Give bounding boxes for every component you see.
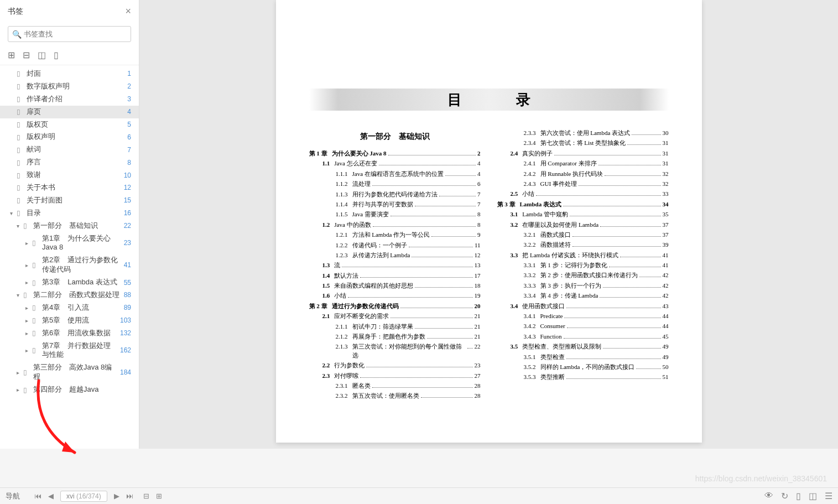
bookmark-item[interactable]: ▯序言8 xyxy=(0,156,139,169)
toc-entry: 1.2Java 中的函数8 xyxy=(309,221,481,229)
page-icon: ▯ xyxy=(32,304,40,311)
bookmark-page: 6 xyxy=(127,133,131,141)
toc-entry: 2.1应对不断变化的需求21 xyxy=(309,312,481,320)
page-icon: ▯ xyxy=(17,70,24,77)
chevron-icon[interactable]: ▸ xyxy=(25,262,32,268)
toc-entry: 1.1Java 怎么还在变4 xyxy=(309,159,481,168)
rotate-icon[interactable]: ↻ xyxy=(781,491,788,501)
page-icon: ▯ xyxy=(23,386,31,394)
page-icon: ▯ xyxy=(23,368,31,376)
page-icon: ▯ xyxy=(17,172,24,179)
bookmark-item[interactable]: ▯扉页4 xyxy=(0,106,139,118)
bookmark-label: 作译者介绍 xyxy=(27,95,124,104)
toc-entry: 3.5类型检查、类型推断以及限制49 xyxy=(497,342,669,351)
bookmark-item[interactable]: ▸▯第5章 使用流103 xyxy=(0,314,139,327)
chevron-icon[interactable]: ▾ xyxy=(17,292,23,298)
last-page-icon[interactable]: ⏭ xyxy=(126,492,133,500)
bookmark-item[interactable]: ▯版权声明6 xyxy=(0,131,139,143)
page-icon: ▯ xyxy=(32,316,40,324)
chevron-icon[interactable]: ▸ xyxy=(25,318,32,324)
bookmark-item[interactable]: ▸▯第7章 并行数据处理与性能162 xyxy=(0,340,139,362)
chevron-icon[interactable]: ▸ xyxy=(25,279,32,285)
expand-all-icon[interactable]: ⊞ xyxy=(8,50,15,60)
chevron-icon[interactable]: ▸ xyxy=(17,370,23,376)
bookmark-item[interactable]: ▾▯目录16 xyxy=(0,207,139,220)
bookmark-outline-icon[interactable]: ▯ xyxy=(54,50,59,60)
next-page-icon[interactable]: ▶ xyxy=(114,492,119,500)
toc-entry: 3.2在哪里以及如何使用 Lambda37 xyxy=(497,221,669,229)
fit-minus-icon[interactable]: ⊟ xyxy=(143,492,149,500)
page-icon: ▯ xyxy=(17,133,24,141)
first-page-icon[interactable]: ⏮ xyxy=(34,492,41,500)
page-nav-controls: ⏮ ◀ xvi (16/374) ▶ ⏭ xyxy=(34,491,133,502)
toc-entry: 2.3.2第五次尝试：使用匿名类28 xyxy=(309,392,481,400)
reading-icon[interactable]: ☰ xyxy=(825,491,832,501)
fit-plus-icon[interactable]: ⊞ xyxy=(156,492,162,500)
bookmark-item[interactable]: ▸▯第6章 用流收集数据132 xyxy=(0,327,139,340)
bookmark-item[interactable]: ▸▯第3章 Lambda 表达式55 xyxy=(0,276,139,289)
chevron-icon[interactable]: ▸ xyxy=(25,347,32,354)
bookmark-item[interactable]: ▯献词7 xyxy=(0,143,139,156)
bookmark-page: 7 xyxy=(127,146,131,154)
bookmark-item[interactable]: ▯封面1 xyxy=(0,67,139,80)
bookmark-item[interactable]: ▾▯第二部分 函数式数据处理88 xyxy=(0,289,139,302)
chevron-icon[interactable]: ▾ xyxy=(17,223,23,229)
bookmark-item[interactable]: ▯关于封面图15 xyxy=(0,194,139,207)
toc-entry: 3.2.2函数描述符39 xyxy=(497,241,669,249)
bookmark-page: 23 xyxy=(124,239,131,247)
toc-entry: 2.3.1匿名类28 xyxy=(309,382,481,390)
collapse-all-icon[interactable]: ⊟ xyxy=(23,50,30,60)
bookmark-item[interactable]: ▾▯第一部分 基础知识22 xyxy=(0,220,139,232)
chevron-icon[interactable]: ▸ xyxy=(25,305,32,311)
page-icon: ▯ xyxy=(17,121,24,128)
page-icon: ▯ xyxy=(32,239,40,247)
view-mode-icon[interactable]: 👁 xyxy=(764,491,773,501)
page-indicator[interactable]: xvi (16/374) xyxy=(60,491,107,502)
bookmark-item[interactable]: ▯致谢10 xyxy=(0,169,139,181)
bookmark-item[interactable]: ▯作译者介绍3 xyxy=(0,93,139,106)
bookmark-icon[interactable]: ◫ xyxy=(38,50,46,60)
document-viewport[interactable]: 目 录 第一部分 基础知识第 1 章为什么要关心 Java 821.1Java … xyxy=(139,0,838,449)
toc-entry: 2.3.4第七次尝试：将 List 类型抽象化31 xyxy=(497,139,669,147)
bookmark-item[interactable]: ▯数字版权声明2 xyxy=(0,80,139,93)
two-page-icon[interactable]: ◫ xyxy=(809,491,817,501)
toc-entry: 2.4.2用 Runnable 执行代码块32 xyxy=(497,170,669,178)
bookmark-item[interactable]: ▸▯第1章 为什么要关心Java 823 xyxy=(0,232,139,254)
bookmark-item[interactable]: ▸▯第2章 通过行为参数化传递代码41 xyxy=(0,254,139,276)
chevron-icon[interactable]: ▸ xyxy=(25,330,32,336)
bookmark-page: 55 xyxy=(124,279,131,287)
search-input[interactable] xyxy=(8,26,131,42)
prev-page-icon[interactable]: ◀ xyxy=(48,492,54,500)
bookmark-page: 12 xyxy=(124,184,131,191)
chevron-icon[interactable]: ▸ xyxy=(17,387,23,393)
bookmark-label: 关于本书 xyxy=(27,183,121,193)
bookmark-page: 41 xyxy=(124,261,131,269)
page-total: (16/374) xyxy=(76,492,101,500)
bookmark-item[interactable]: ▸▯第4章 引入流89 xyxy=(0,302,139,314)
status-bar: 导航 ⏮ ◀ xvi (16/374) ▶ ⏭ ⊟ ⊞ 👁 ↻ ▯ ◫ ☰ xyxy=(0,487,838,504)
bookmark-list[interactable]: ▯封面1▯数字版权声明2▯作译者介绍3▯扉页4▯版权页5▯版权声明6▯献词7▯序… xyxy=(0,65,139,449)
bookmark-item[interactable]: ▯关于本书12 xyxy=(0,181,139,194)
bookmark-item[interactable]: ▸▯第三部分 高效Java 8编程184 xyxy=(0,361,139,383)
bookmark-page: 88 xyxy=(124,291,131,299)
chevron-icon[interactable]: ▾ xyxy=(10,210,17,216)
bookmark-label: 第三部分 高效Java 8编程 xyxy=(33,363,117,382)
single-page-icon[interactable]: ▯ xyxy=(796,491,801,501)
toc-entry: 2.4.1用 Comparator 来排序31 xyxy=(497,159,669,168)
page-icon: ▯ xyxy=(17,196,24,204)
page-icon: ▯ xyxy=(32,346,40,354)
bookmark-item[interactable]: ▯版权页5 xyxy=(0,118,139,131)
close-icon[interactable]: × xyxy=(125,6,131,17)
page-icon: ▯ xyxy=(17,184,24,191)
bookmark-page: 10 xyxy=(124,172,131,179)
toc-entry: 1.1.4并行与共享的可变数据7 xyxy=(309,200,481,209)
bookmark-item[interactable]: ▸▯第四部分 超越Java xyxy=(0,383,139,396)
page-icon: ▯ xyxy=(23,222,31,230)
chevron-icon[interactable]: ▸ xyxy=(25,240,32,246)
page-icon: ▯ xyxy=(23,291,31,299)
toc-entry: 2.3对付啰嗦27 xyxy=(309,372,481,380)
toc-entry: 1.6小结19 xyxy=(309,292,481,300)
toc-entry: 第 2 章通过行为参数化传递代码20 xyxy=(309,302,481,310)
toc-entry: 3.3.2第 2 步：使用函数式接口来传递行为42 xyxy=(497,271,669,279)
bookmark-label: 第二部分 函数式数据处理 xyxy=(33,290,121,300)
